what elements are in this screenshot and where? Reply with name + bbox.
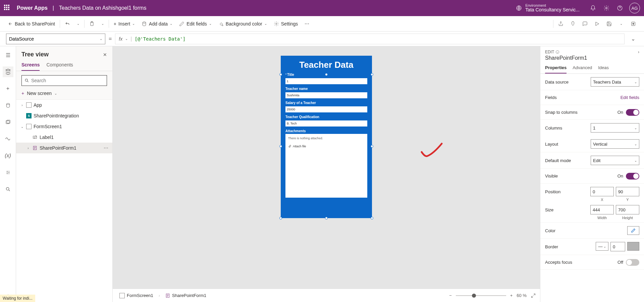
close-icon[interactable]: ✕ (103, 52, 107, 57)
width-input[interactable]: 444 (590, 205, 614, 214)
property-selector[interactable]: DataSource ⌄ (6, 34, 105, 44)
attachments-box[interactable]: There is nothing attached. Attach file (285, 134, 367, 198)
zoom-slider[interactable] (456, 295, 506, 296)
position-y-input[interactable]: 90 (616, 187, 639, 196)
tree-search[interactable] (21, 75, 107, 86)
user-avatar[interactable]: AG (629, 3, 640, 13)
environment-icon (516, 5, 522, 11)
field-input-salary[interactable] (285, 106, 367, 112)
properties-panel: EDIT › SharePointForm1 Properties Advanc… (540, 46, 644, 302)
crumb-form[interactable]: SharePointForm1 (163, 292, 209, 299)
border-label: Border (545, 244, 558, 249)
more-icon[interactable]: ⋯ (104, 145, 108, 151)
border-width-input[interactable]: 0 (610, 242, 625, 251)
undo-split[interactable]: ⌄ (73, 16, 83, 31)
insert-button[interactable]: + Insert ⌄ (110, 16, 138, 31)
data-source-value: Teachers Data (593, 80, 621, 85)
position-x-input[interactable]: 0 (590, 187, 614, 196)
rail-flows-icon[interactable] (3, 134, 13, 144)
size-label: Size (545, 207, 553, 212)
color-label: Color (545, 228, 555, 233)
layout-select[interactable]: Vertical ⌄ (591, 139, 639, 149)
add-data-label: Add data (149, 21, 168, 27)
save-button[interactable] (603, 18, 615, 30)
notifications-icon[interactable] (586, 1, 600, 15)
app-launcher-icon[interactable] (4, 5, 11, 11)
border-color-picker[interactable] (627, 242, 639, 251)
tree-node-label1[interactable]: Label1 (16, 132, 112, 143)
share-button[interactable] (555, 18, 567, 30)
data-source-select[interactable]: Teachers Data ⌄ (591, 77, 639, 87)
color-picker[interactable] (627, 226, 639, 235)
border-style-select[interactable]: — ⌄ (596, 242, 608, 251)
zoom-in-button[interactable]: + (510, 293, 513, 298)
zoom-out-button[interactable]: − (449, 293, 452, 298)
node-label: SharePointIntegration (34, 113, 79, 118)
field-input-name[interactable] (285, 92, 367, 98)
add-data-button[interactable]: Add data ⌄ (138, 16, 176, 31)
environment-picker[interactable]: Environment Tata Consultancy Servic... (516, 3, 580, 12)
publish-button[interactable] (627, 18, 639, 30)
node-label: SharePointForm1 (40, 145, 76, 151)
fit-screen-button[interactable] (531, 293, 536, 298)
panel-chevron-icon[interactable]: › (638, 50, 639, 54)
help-icon[interactable] (613, 1, 627, 15)
field-input-qualification[interactable] (285, 120, 367, 127)
tab-advanced[interactable]: Advanced (573, 65, 592, 73)
back-button[interactable]: Back to SharePoint (5, 16, 58, 31)
rail-insert-icon[interactable]: + (3, 83, 13, 94)
form-preview[interactable]: Teacher Data Title Teacher name (281, 56, 372, 218)
tree-node-formscreen[interactable]: ⌄ FormScreen1 (16, 121, 112, 132)
tree-node-sharepointform1[interactable]: › SharePointForm1 ⋯ (16, 143, 112, 153)
bg-color-button[interactable]: Background color ⌄ (215, 16, 270, 31)
insert-label: Insert (118, 21, 130, 27)
crumb-screen[interactable]: FormScreen1 (117, 292, 156, 300)
tab-components[interactable]: Components (46, 62, 73, 71)
visible-toggle[interactable] (626, 173, 639, 180)
search-input[interactable] (31, 78, 104, 83)
rail-tree-view-icon[interactable] (3, 66, 13, 77)
save-split[interactable]: ⌄ (615, 18, 627, 30)
more-commands[interactable]: ⋯ (301, 16, 313, 31)
field-input-title[interactable] (285, 78, 367, 84)
snap-on-text: On (618, 110, 623, 115)
plus-icon: + (114, 21, 116, 27)
rail-variables-icon[interactable]: (x) (3, 150, 13, 161)
command-bar: Back to SharePoint ⌄ ⌄ + Insert ⌄ Add da… (0, 16, 644, 32)
settings-gear-icon[interactable] (600, 1, 613, 15)
undo-button[interactable] (61, 16, 73, 31)
comments-button[interactable] (579, 18, 591, 30)
form-icon (165, 293, 170, 298)
rail-hamburger-icon[interactable]: ☰ (3, 50, 13, 60)
sharepoint-form[interactable]: Title Teacher name Salary of a Teacher T… (281, 73, 372, 198)
new-screen-button[interactable]: + New screen ⌄ (16, 89, 112, 100)
rail-media-icon[interactable] (3, 117, 13, 128)
height-input[interactable]: 700 (616, 205, 639, 214)
preview-button[interactable] (591, 18, 603, 30)
rail-data-icon[interactable] (3, 100, 13, 111)
rail-search-icon[interactable] (3, 184, 13, 195)
snap-columns-toggle[interactable] (626, 109, 639, 116)
tab-ideas[interactable]: Ideas (598, 65, 609, 73)
info-icon[interactable] (555, 50, 559, 54)
formula-input[interactable]: fx ⌄ | [@'Teachers Data'] (115, 34, 625, 44)
edit-fields-button[interactable]: Edit fields ⌄ (176, 16, 215, 31)
formula-expand[interactable]: ⌄ (628, 36, 638, 42)
chevron-down-icon: ⌄ (634, 126, 637, 130)
rail-tools-icon[interactable] (3, 167, 13, 178)
edit-fields-link[interactable]: Edit fields (621, 95, 639, 100)
canvas[interactable]: Teacher Data Title Teacher name (113, 46, 540, 302)
paperclip-icon (288, 145, 291, 148)
settings-button[interactable]: Settings (270, 16, 302, 31)
default-mode-select[interactable]: Edit ⌄ (591, 156, 639, 165)
columns-select[interactable]: 1 ⌄ (591, 123, 639, 133)
app-checker-button[interactable] (567, 18, 579, 30)
paste-button[interactable] (86, 16, 98, 31)
tree-node-sp-integration[interactable]: S SharePointIntegration (16, 110, 112, 121)
tab-properties[interactable]: Properties (545, 65, 567, 73)
paste-split[interactable]: ⌄ (98, 16, 107, 31)
accepts-focus-toggle[interactable] (626, 259, 639, 266)
tree-node-app[interactable]: › App (16, 100, 112, 110)
tab-screens[interactable]: Screens (21, 62, 40, 71)
columns-value: 1 (593, 125, 595, 131)
